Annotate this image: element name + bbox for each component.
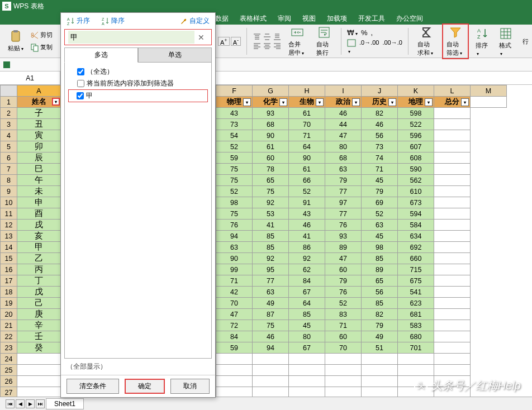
- row-header[interactable]: 21: [1, 320, 17, 331]
- align-left-button[interactable]: [253, 42, 262, 50]
- cell[interactable]: 97: [325, 197, 362, 208]
- cell[interactable]: 84: [216, 331, 253, 342]
- cell[interactable]: 89: [362, 264, 398, 275]
- cell[interactable]: 癸: [17, 342, 61, 354]
- cell[interactable]: 64: [289, 141, 325, 152]
- copy-button[interactable]: 复制: [29, 42, 54, 53]
- cell[interactable]: 98: [216, 197, 253, 208]
- row-header[interactable]: 1: [1, 97, 17, 108]
- sheet-nav-next[interactable]: ▶: [26, 399, 35, 408]
- cell[interactable]: [216, 354, 253, 365]
- cell[interactable]: 87: [253, 309, 289, 320]
- cell[interactable]: 60: [325, 264, 362, 275]
- cell[interactable]: 681: [398, 309, 434, 320]
- cell[interactable]: 85: [289, 309, 325, 320]
- cell[interactable]: 596: [398, 130, 434, 141]
- cell[interactable]: [216, 387, 253, 397]
- cell[interactable]: [434, 376, 471, 387]
- filter-values-list[interactable]: （全选） 将当前所选内容添加到筛选器 甲: [64, 63, 212, 359]
- cell[interactable]: 98: [362, 242, 398, 253]
- clear-search-button[interactable]: ✕: [194, 33, 208, 42]
- cancel-button[interactable]: 取消: [170, 379, 210, 394]
- row-header[interactable]: 12: [1, 220, 17, 231]
- menu-review[interactable]: 审阅: [278, 14, 291, 23]
- cell[interactable]: 89: [325, 242, 362, 253]
- cell[interactable]: [362, 376, 398, 387]
- row-header[interactable]: 25: [1, 365, 17, 376]
- cell[interactable]: [434, 175, 471, 186]
- cell[interactable]: 52: [289, 186, 325, 197]
- autosum-button[interactable]: 自动求和▾: [414, 25, 439, 58]
- row-header[interactable]: 11: [1, 208, 17, 220]
- ok-button[interactable]: 确定: [125, 379, 165, 394]
- currency-button[interactable]: ₩▾: [347, 28, 358, 37]
- cell[interactable]: 59: [216, 152, 253, 164]
- filter-dropdown-button[interactable]: ▾: [316, 98, 324, 106]
- autofilter-button[interactable]: 自动筛选▾: [442, 23, 469, 59]
- cell[interactable]: 54: [216, 130, 253, 141]
- cell[interactable]: [325, 376, 362, 387]
- cell[interactable]: [434, 275, 471, 287]
- cell[interactable]: 丙: [17, 264, 61, 275]
- cell[interactable]: [434, 253, 471, 264]
- col-header-L[interactable]: L: [434, 85, 471, 97]
- cell[interactable]: 75: [216, 175, 253, 186]
- cell[interactable]: 亥: [17, 231, 61, 242]
- col-header-K[interactable]: K: [398, 85, 434, 97]
- cell[interactable]: 戌: [17, 220, 61, 231]
- cell[interactable]: [434, 242, 471, 253]
- cell[interactable]: 610: [398, 186, 434, 197]
- cut-button[interactable]: 剪切: [29, 30, 54, 41]
- cell[interactable]: 634: [398, 231, 434, 242]
- autowrap-button[interactable]: 自动换行: [313, 25, 335, 58]
- filter-dropdown-button[interactable]: ▾: [388, 98, 396, 106]
- cell[interactable]: 84: [289, 275, 325, 287]
- row-header[interactable]: 9: [1, 186, 17, 197]
- cell[interactable]: 92: [253, 253, 289, 264]
- cell[interactable]: 79: [362, 320, 398, 331]
- header-cell-politics[interactable]: 政治▾: [325, 97, 362, 108]
- row-header[interactable]: 23: [1, 342, 17, 354]
- cell[interactable]: 590: [398, 164, 434, 175]
- row-header[interactable]: 8: [1, 175, 17, 186]
- cell[interactable]: 71: [289, 130, 325, 141]
- item-checkbox[interactable]: [77, 92, 84, 99]
- cell[interactable]: 47: [325, 253, 362, 264]
- format-button[interactable]: 格式▾: [496, 26, 516, 58]
- cell[interactable]: 甲: [17, 242, 61, 253]
- select-all-checkbox[interactable]: [77, 68, 84, 75]
- cell[interactable]: [362, 387, 398, 397]
- cell[interactable]: 63: [362, 220, 398, 231]
- header-cell-biology[interactable]: 生物▾: [289, 97, 325, 108]
- filter-dropdown-button[interactable]: ▾: [461, 98, 469, 106]
- cell[interactable]: [17, 354, 61, 365]
- cell[interactable]: 壬: [17, 331, 61, 342]
- cell[interactable]: 49: [253, 298, 289, 309]
- add-current-checkbox[interactable]: [77, 80, 84, 87]
- row-header[interactable]: 22: [1, 331, 17, 342]
- cell[interactable]: 85: [362, 298, 398, 309]
- sheet-nav-last[interactable]: ⏭: [36, 399, 45, 408]
- cell[interactable]: 90: [289, 152, 325, 164]
- row-header[interactable]: 14: [1, 242, 17, 253]
- cell[interactable]: 60: [253, 152, 289, 164]
- cell[interactable]: 660: [398, 253, 434, 264]
- cell[interactable]: 61: [289, 164, 325, 175]
- cell[interactable]: 90: [253, 130, 289, 141]
- cell[interactable]: 46: [362, 119, 398, 130]
- cell[interactable]: 63: [325, 164, 362, 175]
- filter-item-selectall[interactable]: （全选）: [68, 66, 208, 78]
- filter-dropdown-button[interactable]: ▾: [243, 98, 251, 106]
- row-header[interactable]: 24: [1, 354, 17, 365]
- sort-button[interactable]: AZ 排序▾: [472, 26, 492, 58]
- cell[interactable]: [362, 365, 398, 376]
- cell[interactable]: 80: [289, 331, 325, 342]
- cell[interactable]: 70: [325, 342, 362, 354]
- decrease-font-button[interactable]: A-: [231, 37, 241, 46]
- cell[interactable]: 79: [325, 175, 362, 186]
- cell[interactable]: [434, 197, 471, 208]
- sheet-nav-first[interactable]: ⏮: [6, 399, 15, 408]
- cell[interactable]: 93: [253, 108, 289, 119]
- cell[interactable]: [434, 264, 471, 275]
- align-bottom-button[interactable]: [273, 33, 282, 41]
